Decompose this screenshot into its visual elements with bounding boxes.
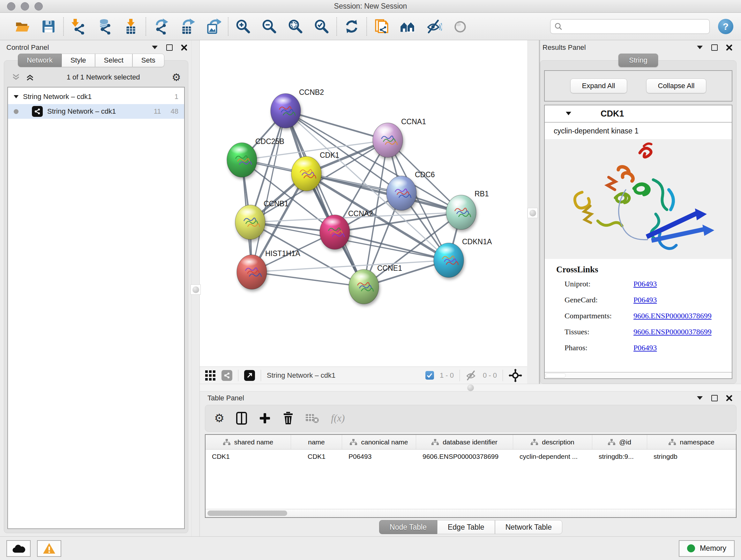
table-horizontal-scrollbar[interactable] [205,509,736,517]
function-builder-icon[interactable]: f(x) [331,413,345,424]
tab-network[interactable]: Network [18,54,62,67]
birdseye-crosshair-icon[interactable] [509,369,522,382]
collapse-all-button[interactable]: Collapse All [646,78,706,93]
close-panel-icon[interactable] [179,43,189,52]
tab-style[interactable]: Style [62,54,95,67]
crosslink-uniprot-link[interactable]: P06493 [633,280,657,288]
string-home-icon[interactable] [400,18,416,35]
column-header-canonical-name[interactable]: canonical name [342,435,416,449]
import-network-database-icon[interactable] [96,18,113,35]
collapse-all-networks-icon[interactable] [11,73,21,82]
scrollbar-thumb[interactable] [207,510,287,516]
delete-column-trash-icon[interactable] [282,412,294,425]
crosslink-compartments-link[interactable]: 9606.ENSP00000378699 [633,312,712,320]
export-image-icon[interactable] [205,18,221,35]
save-session-icon[interactable] [40,18,57,35]
network-edge[interactable] [252,272,364,287]
crosslink-label: Pharos: [564,344,633,352]
tab-node-table[interactable]: Node Table [379,520,437,534]
split-columns-icon[interactable] [236,412,247,425]
cloud-status-button[interactable] [6,540,30,557]
network-edge[interactable] [252,111,286,272]
entry-expander-icon[interactable] [566,112,571,116]
network-node-CCNB2[interactable]: CCNB2 [271,88,324,128]
hide-unhide-icon[interactable] [426,18,442,35]
refresh-view-icon[interactable] [343,18,360,35]
import-table-file-icon[interactable] [123,18,139,35]
tab-sets[interactable]: Sets [132,54,164,67]
memory-button[interactable]: Memory [679,540,735,557]
crosslink-pharos-link[interactable]: P06493 [633,344,657,352]
right-splitter[interactable] [527,40,540,384]
column-header-name[interactable]: name [291,435,342,449]
collection-expander-icon[interactable] [14,95,18,99]
zoom-selected-icon[interactable] [313,18,330,35]
grid-view-icon[interactable] [205,370,216,381]
left-splitter-handle[interactable] [191,285,201,295]
warning-button[interactable] [37,540,61,557]
column-header-shared-name[interactable]: shared name [205,435,291,449]
table-row[interactable]: CDK1 CDK1 P06493 9606.ENSP00000378699 cy… [205,449,736,463]
result-entry-header[interactable]: CDK1 [545,105,732,123]
crosslink-genecard-link[interactable]: P06493 [633,296,657,304]
hidden-items-eye-icon[interactable] [466,370,477,381]
network-graph[interactable]: CCNB2CCNA1CDC25BCDK1CDC6RB1CCNB1CCNA2CDK… [200,40,527,367]
tab-string[interactable]: String [618,54,658,67]
zoom-window-button[interactable] [35,2,43,10]
column-header-namespace[interactable]: namespace [647,435,736,449]
detach-view-icon[interactable] [244,370,255,381]
network-node-CDKN1A[interactable]: CDKN1A [434,238,492,277]
import-network-file-icon[interactable] [70,18,87,35]
network-node-CCNA1[interactable]: CCNA1 [373,118,426,158]
selected-items-checkbox-icon[interactable] [425,371,434,380]
float-panel-icon[interactable] [165,43,174,52]
close-window-button[interactable] [7,2,15,10]
tab-select[interactable]: Select [95,54,132,67]
expand-all-button[interactable]: Expand All [570,78,627,93]
close-panel-icon[interactable] [724,43,734,52]
add-column-icon[interactable] [259,412,271,424]
open-session-icon[interactable] [14,18,30,35]
export-network-icon[interactable] [152,18,169,35]
panel-menu-icon[interactable] [150,43,159,52]
help-icon[interactable]: ? [718,19,733,34]
zoom-fit-icon[interactable] [287,18,304,35]
right-splitter-handle[interactable] [528,208,538,218]
tab-network-table[interactable]: Network Table [495,520,562,534]
tab-edge-table[interactable]: Edge Table [437,520,495,534]
results-scrollbar[interactable] [545,372,732,378]
overview-eye-icon[interactable] [452,18,468,35]
float-panel-icon[interactable] [710,394,719,402]
network-node-CDK1[interactable]: CDK1 [291,151,339,191]
duplicate-network-icon[interactable] [374,18,390,35]
bottom-splitter-handle[interactable] [465,382,475,393]
close-panel-icon[interactable] [724,394,734,402]
network-node-RB1[interactable]: RB1 [446,190,489,230]
panel-menu-icon[interactable] [695,394,704,402]
node-label: CDC25B [255,137,284,145]
panel-menu-icon[interactable] [695,43,704,52]
export-table-icon[interactable] [179,18,195,35]
memory-status-dot-icon [687,544,695,552]
network-edge[interactable] [286,111,364,287]
zoom-in-icon[interactable] [235,18,252,35]
network-collection-row[interactable]: String Network – cdk1 1 [8,89,184,104]
node-label: CCNA1 [401,118,426,126]
search-input[interactable] [566,19,705,34]
network-options-gear-icon[interactable]: ⚙ [172,72,181,82]
network-view-share-icon[interactable] [221,370,232,381]
column-header-database-identifier[interactable]: database identifier [416,435,513,449]
expand-all-networks-icon[interactable] [25,73,35,82]
column-header-description[interactable]: description [513,435,592,449]
network-row[interactable]: String Network – cdk1 11 48 [8,104,184,119]
crosslink-tissues-link[interactable]: 9606.ENSP00000378699 [633,327,712,336]
bottom-splitter[interactable] [200,384,741,391]
clear-table-icon[interactable] [306,413,320,424]
column-header-id[interactable]: @id [592,435,647,449]
minimize-window-button[interactable] [21,2,29,10]
float-panel-icon[interactable] [710,43,719,52]
zoom-out-icon[interactable] [261,18,278,35]
network-canvas[interactable]: CCNB2CCNA1CDC25BCDK1CDC6RB1CCNB1CCNA2CDK… [200,40,527,367]
left-splitter[interactable] [192,40,200,537]
table-settings-gear-icon[interactable]: ⚙ [214,413,224,424]
